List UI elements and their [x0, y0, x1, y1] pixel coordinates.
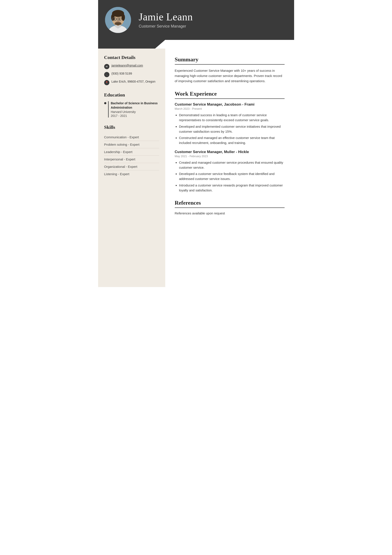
references-title: References	[175, 200, 285, 208]
svg-point-11	[118, 18, 120, 20]
job-bullets-list: Created and managed customer service pro…	[179, 160, 285, 193]
contact-section: Contact Details ✉ jamieleann@gmail.com 📞…	[104, 55, 159, 85]
skills-title: Skills	[104, 124, 159, 130]
job-bullet-item: Demonstrated success in leading a team o…	[179, 112, 285, 123]
phone-value: (930) 938 5199	[112, 72, 132, 75]
work-experience-section: Work Experience Customer Service Manager…	[175, 91, 285, 193]
edu-school: Harvard University	[111, 110, 159, 114]
job-entry: Customer Service Manager, Muller - Hickl…	[175, 150, 285, 193]
education-item: Bachelor of Science in Business Administ…	[104, 101, 159, 117]
edu-years: 2017 - 2021	[111, 114, 159, 117]
sidebar: Contact Details ✉ jamieleann@gmail.com 📞…	[98, 49, 165, 287]
main-content: Summary Experienced Customer Service Man…	[165, 49, 294, 287]
job-dates: March 2023 - Present	[175, 107, 285, 110]
header-text: Jamie Leann Customer Service Manager	[139, 11, 285, 29]
email-link[interactable]: jamieleann@gmail.com	[112, 64, 143, 67]
skill-item: Leadership - Expert	[104, 148, 159, 156]
candidate-name: Jamie Leann	[139, 11, 285, 23]
body-layout: Contact Details ✉ jamieleann@gmail.com 📞…	[98, 49, 294, 287]
candidate-title: Customer Service Manager	[139, 24, 285, 29]
job-title: Customer Service Manager, Muller - Hickl…	[175, 150, 285, 154]
education-section: Education Bachelor of Science in Busines…	[104, 92, 159, 117]
skills-list: Communication - ExpertProblem solving - …	[104, 133, 159, 178]
edu-bullet-icon	[104, 102, 106, 104]
jobs-list: Customer Service Manager, Jacobson - Fra…	[175, 102, 285, 193]
phone-icon: 📞	[104, 72, 109, 77]
job-bullet-item: Created and managed customer service pro…	[179, 160, 285, 170]
edu-content: Bachelor of Science in Business Administ…	[108, 101, 159, 117]
skill-item: Organizational - Expert	[104, 163, 159, 170]
svg-point-5	[111, 14, 114, 21]
email-icon: ✉	[104, 64, 109, 69]
skills-section: Skills Communication - ExpertProblem sol…	[104, 124, 159, 178]
svg-point-10	[114, 18, 115, 20]
address-value: Lake Erich, 99600-4707, Oregon	[112, 80, 156, 83]
skill-item: Problem solving - Expert	[104, 141, 159, 148]
summary-title: Summary	[175, 56, 285, 65]
summary-text: Experienced Customer Service Manager wit…	[175, 68, 285, 84]
chevron-divider	[98, 40, 294, 49]
job-bullets-list: Demonstrated success in leading a team o…	[179, 112, 285, 146]
avatar	[105, 7, 131, 33]
phone-item: 📞 (930) 938 5199	[104, 72, 159, 77]
job-bullet-item: Developed and implemented customer servi…	[179, 124, 285, 134]
education-title: Education	[104, 92, 159, 98]
job-bullet-item: Introduced a customer service rewards pr…	[179, 183, 285, 193]
skill-item: Interpersonal - Expert	[104, 156, 159, 163]
skill-item: Listening - Expert	[104, 170, 159, 178]
address-item: 📍 Lake Erich, 99600-4707, Oregon	[104, 80, 159, 85]
references-text: References available upon request	[175, 211, 285, 215]
header: Jamie Leann Customer Service Manager	[98, 0, 294, 40]
skill-item: Communication - Expert	[104, 133, 159, 141]
location-icon: 📍	[104, 80, 109, 85]
svg-point-6	[121, 14, 125, 21]
job-title: Customer Service Manager, Jacobson - Fra…	[175, 102, 285, 107]
summary-section: Summary Experienced Customer Service Man…	[175, 56, 285, 84]
job-bullet-item: Developed a customer service feedback sy…	[179, 171, 285, 182]
job-entry: Customer Service Manager, Jacobson - Fra…	[175, 102, 285, 146]
work-title: Work Experience	[175, 91, 285, 99]
job-dates: May 2021 - February 2023	[175, 154, 285, 158]
references-section: References References available upon req…	[175, 200, 285, 215]
email-item: ✉ jamieleann@gmail.com	[104, 64, 159, 69]
svg-point-14	[114, 22, 121, 25]
contact-title: Contact Details	[104, 55, 159, 60]
edu-degree: Bachelor of Science in Business Administ…	[111, 101, 159, 110]
job-bullet-item: Constructed and managed an effective cus…	[179, 135, 285, 146]
